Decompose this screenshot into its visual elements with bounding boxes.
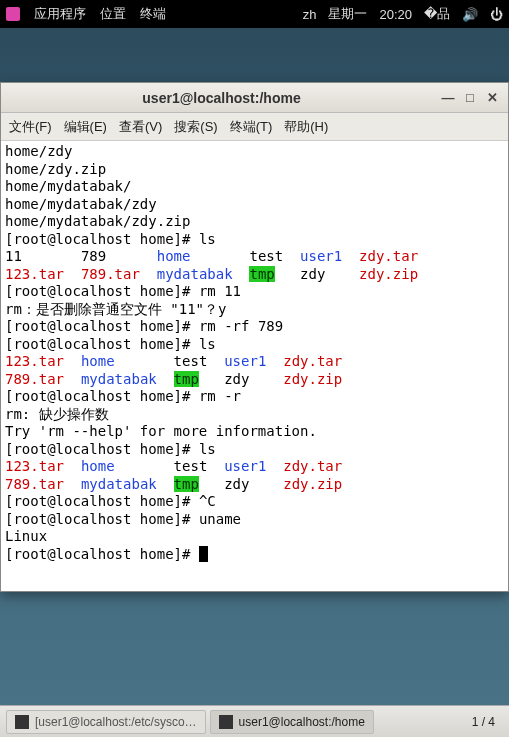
- prompt: [root@localhost home]#: [5, 388, 199, 404]
- out-line: home/mydatabak/zdy: [5, 196, 157, 212]
- menu-places[interactable]: 位置: [100, 5, 126, 23]
- maximize-button[interactable]: □: [460, 88, 480, 108]
- out-line: home/mydatabak/zdy.zip: [5, 213, 190, 229]
- menu-help[interactable]: 帮助(H): [284, 118, 328, 136]
- power-icon[interactable]: ⏻: [490, 7, 503, 22]
- menu-terminal[interactable]: 终端: [140, 5, 166, 23]
- ls-dir: mydatabak: [81, 371, 157, 387]
- terminal-output[interactable]: home/zdy home/zdy.zip home/mydatabak/ ho…: [1, 141, 508, 591]
- task-label: [user1@localhost:/etc/sysco…: [35, 715, 197, 729]
- ls-file: 11: [5, 248, 22, 264]
- ls-dir: user1: [300, 248, 342, 264]
- panel-logo-icon: [6, 7, 20, 21]
- command: rm 11: [199, 283, 241, 299]
- ls-file: test: [249, 248, 283, 264]
- prompt: [root@localhost home]#: [5, 511, 199, 527]
- out-line: home/zdy.zip: [5, 161, 106, 177]
- prompt: [root@localhost home]#: [5, 318, 199, 334]
- out-line: home/zdy: [5, 143, 72, 159]
- ls-dir-sticky: tmp: [174, 476, 199, 492]
- menu-view[interactable]: 查看(V): [119, 118, 162, 136]
- ls-archive: 789.tar: [5, 476, 64, 492]
- ls-dir: mydatabak: [157, 266, 233, 282]
- menu-applications[interactable]: 应用程序: [34, 5, 86, 23]
- task-label: user1@localhost:/home: [239, 715, 365, 729]
- ls-dir: home: [157, 248, 191, 264]
- volume-icon[interactable]: 🔊: [462, 7, 478, 22]
- command: ls: [199, 441, 216, 457]
- command: uname: [199, 511, 241, 527]
- out-line: Try 'rm --help' for more information.: [5, 423, 317, 439]
- minimize-button[interactable]: —: [438, 88, 458, 108]
- out-line: Linux: [5, 528, 47, 544]
- command: rm -r: [199, 388, 241, 404]
- network-icon[interactable]: �品: [424, 5, 450, 23]
- workspace-switcher[interactable]: 1 / 4: [464, 715, 503, 729]
- ls-file: test: [174, 353, 208, 369]
- ls-dir: user1: [224, 353, 266, 369]
- task-button-active[interactable]: user1@localhost:/home: [210, 710, 374, 734]
- clock-day: 星期一: [328, 5, 367, 23]
- ls-dir: user1: [224, 458, 266, 474]
- prompt: [root@localhost home]#: [5, 283, 199, 299]
- ls-archive: zdy.zip: [283, 371, 342, 387]
- menu-edit[interactable]: 编辑(E): [64, 118, 107, 136]
- titlebar[interactable]: user1@localhost:/home — □ ✕: [1, 83, 508, 113]
- ls-archive: zdy.tar: [359, 248, 418, 264]
- command: ^C: [199, 493, 216, 509]
- task-button-inactive[interactable]: [user1@localhost:/etc/sysco…: [6, 710, 206, 734]
- prompt: [root@localhost home]#: [5, 441, 199, 457]
- ls-archive: zdy.tar: [283, 458, 342, 474]
- input-method-indicator[interactable]: zh: [303, 7, 317, 22]
- ls-archive: 789.tar: [81, 266, 140, 282]
- command: ls: [199, 231, 216, 247]
- ls-dir-sticky: tmp: [174, 371, 199, 387]
- close-button[interactable]: ✕: [482, 88, 502, 108]
- ls-archive: 123.tar: [5, 458, 64, 474]
- terminal-window: user1@localhost:/home — □ ✕ 文件(F) 编辑(E) …: [0, 82, 509, 592]
- ls-dir: home: [81, 458, 115, 474]
- ls-archive: zdy.tar: [283, 353, 342, 369]
- menu-file[interactable]: 文件(F): [9, 118, 52, 136]
- command: ls: [199, 336, 216, 352]
- menubar: 文件(F) 编辑(E) 查看(V) 搜索(S) 终端(T) 帮助(H): [1, 113, 508, 141]
- menu-search[interactable]: 搜索(S): [174, 118, 217, 136]
- ls-archive: zdy.zip: [359, 266, 418, 282]
- bottom-panel: [user1@localhost:/etc/sysco… user1@local…: [0, 705, 509, 737]
- ls-dir-sticky: tmp: [249, 266, 274, 282]
- ls-dir: home: [81, 353, 115, 369]
- ls-archive: 123.tar: [5, 266, 64, 282]
- cursor: [199, 546, 208, 562]
- out-line: rm: 缺少操作数: [5, 406, 109, 422]
- ls-file: zdy: [224, 371, 249, 387]
- ls-file: zdy: [224, 476, 249, 492]
- prompt: [root@localhost home]#: [5, 546, 199, 562]
- user-input: y: [218, 301, 226, 317]
- window-title: user1@localhost:/home: [7, 90, 436, 106]
- ls-file: zdy: [300, 266, 325, 282]
- clock-time: 20:20: [379, 7, 412, 22]
- ls-archive: 123.tar: [5, 353, 64, 369]
- ls-archive: 789.tar: [5, 371, 64, 387]
- command: rm -rf 789: [199, 318, 283, 334]
- ls-archive: zdy.zip: [283, 476, 342, 492]
- ls-file: 789: [81, 248, 106, 264]
- ls-dir: mydatabak: [81, 476, 157, 492]
- ls-file: test: [174, 458, 208, 474]
- prompt: [root@localhost home]#: [5, 493, 199, 509]
- out-line: rm：是否删除普通空文件 "11"？: [5, 301, 218, 317]
- menu-terminal-app[interactable]: 终端(T): [230, 118, 273, 136]
- terminal-icon: [15, 715, 29, 729]
- out-line: home/mydatabak/: [5, 178, 131, 194]
- prompt: [root@localhost home]#: [5, 231, 199, 247]
- terminal-icon: [219, 715, 233, 729]
- top-panel: 应用程序 位置 终端 zh 星期一 20:20 �品 🔊 ⏻: [0, 0, 509, 28]
- prompt: [root@localhost home]#: [5, 336, 199, 352]
